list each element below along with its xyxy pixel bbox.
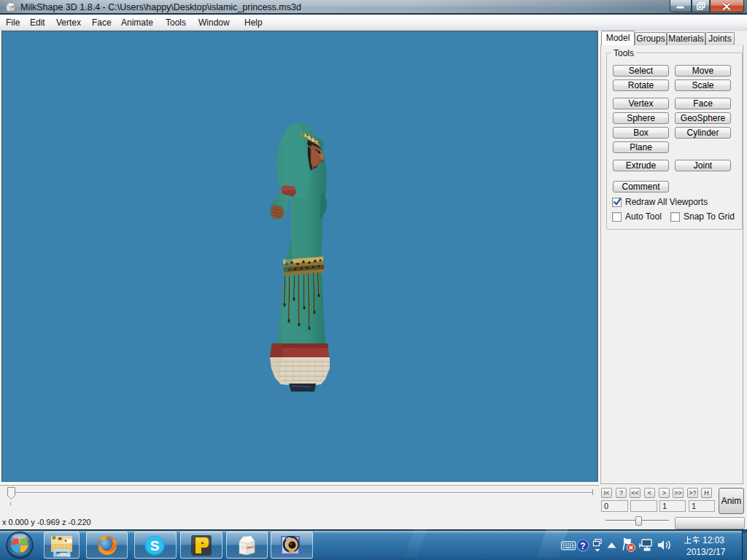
svg-text:12:03: 12:03 xyxy=(703,535,724,545)
svg-text:S: S xyxy=(150,538,160,553)
svg-text:?: ? xyxy=(580,541,585,551)
